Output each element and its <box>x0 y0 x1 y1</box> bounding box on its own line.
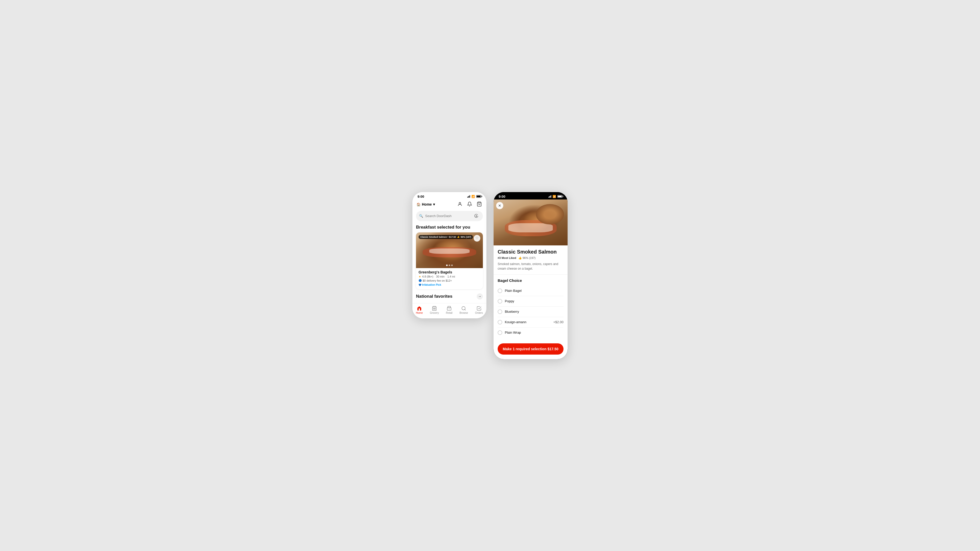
breakfast-section-title: Breakfast selected for you <box>412 224 487 232</box>
pick-label: Infatuation Pick <box>422 283 441 286</box>
chevron-down-icon: ▾ <box>433 202 435 206</box>
item-detail-body: Classic Smoked Salmon #3 Most Liked 👍 96… <box>493 245 568 359</box>
bagel-choice-title: Bagel Choice <box>498 278 563 283</box>
cream-image-overlay <box>508 223 553 232</box>
national-section-header: National favorites → <box>412 292 487 302</box>
national-arrow-button[interactable]: → <box>477 293 483 300</box>
status-bar: 9:00 📶 <box>412 192 487 200</box>
search-bar[interactable]: 🔍 <box>416 211 483 221</box>
nav-orders-label: Orders <box>475 311 483 314</box>
option-price-kouign: +$2.00 <box>553 320 563 324</box>
nav-retail-label: Retail <box>446 311 452 314</box>
item-image-container: ✕ <box>493 200 568 245</box>
option-left-blueberry: Blueberry <box>498 310 519 314</box>
badge-text: Classic Smoked Salmon • $17.50 <box>420 236 456 238</box>
browse-nav-icon <box>461 306 466 311</box>
orders-nav-icon <box>476 306 482 311</box>
nav-grocery-label: Grocery <box>430 311 439 314</box>
bagel-option-blueberry[interactable]: Blueberry <box>498 306 563 317</box>
detail-status-bar: 9:00 📶 <box>493 192 568 200</box>
bagel-second <box>536 204 564 224</box>
close-button[interactable]: ✕ <box>496 202 503 209</box>
card-badge: Classic Smoked Salmon • $17.50 👍 96% (19… <box>418 235 473 239</box>
thumbup-icon: 👍 <box>518 256 522 260</box>
home-nav-icon <box>417 306 422 311</box>
option-left-plain: Plain Bagel <box>498 289 522 293</box>
nav-actions <box>457 201 482 208</box>
favorite-button[interactable]: ♡ <box>474 235 480 241</box>
radio-plain <box>498 289 502 293</box>
nav-item-browse[interactable]: Browse <box>460 306 468 314</box>
item-meta: #3 Most Liked 👍 96% (197) <box>498 256 563 260</box>
cta-text: Make 1 required selection <box>503 347 546 351</box>
radio-wrap <box>498 330 502 335</box>
search-input[interactable] <box>425 214 471 218</box>
signal-icon <box>467 195 470 198</box>
distance: 1.4 mi <box>447 275 455 278</box>
svg-point-0 <box>459 202 461 204</box>
retail-nav-icon <box>447 306 452 311</box>
filter-button[interactable] <box>473 213 480 219</box>
nav-item-retail[interactable]: Retail <box>446 306 452 314</box>
dot-1 <box>446 265 448 266</box>
cream-layer <box>429 248 469 254</box>
profile-button[interactable] <box>457 201 463 208</box>
bagel-option-wrap[interactable]: Plain Wrap <box>498 327 563 338</box>
bagel-option-poppy[interactable]: Poppy <box>498 296 563 306</box>
nav-bar: 🏠 Home ▾ <box>412 200 487 210</box>
option-label-blueberry: Blueberry <box>505 310 519 313</box>
carousel-dots <box>446 265 453 266</box>
detail-signal-icon <box>549 195 551 198</box>
search-icon: 🔍 <box>419 214 423 218</box>
bagel-option-kouign[interactable]: Kouign-amann +$2.00 <box>498 317 563 327</box>
rating-score: 96% (197) <box>523 256 536 259</box>
delivery-text: $0 delivery fee on $12+ <box>423 279 452 282</box>
detail-status-time: 9:00 <box>499 195 505 198</box>
option-left-wrap: Plain Wrap <box>498 330 521 335</box>
item-name: Classic Smoked Salmon <box>498 249 563 255</box>
status-time: 9:00 <box>417 195 424 198</box>
detail-screen: 9:00 📶 ✕ <box>493 192 568 359</box>
option-label-wrap: Plain Wrap <box>505 330 521 334</box>
cart-icon <box>477 202 482 206</box>
nav-location[interactable]: 🏠 Home ▾ <box>417 202 435 206</box>
wifi-icon: 📶 <box>471 195 475 198</box>
thumb-icon: 👍 <box>457 236 460 238</box>
svg-point-2 <box>476 216 477 217</box>
bell-icon <box>467 202 472 206</box>
national-section-title: National favorites <box>416 294 452 299</box>
add-to-cart-button[interactable]: Make 1 required selection $17.50 <box>498 343 563 354</box>
bottom-nav: Home Grocery Retail <box>412 303 487 318</box>
home-screen: 9:00 📶 🏠 Home ▾ <box>412 192 487 318</box>
option-label-kouign: Kouign-amann <box>505 320 527 324</box>
delivery-info: 🔵 $0 delivery fee on $12+ <box>418 279 480 282</box>
card-meta: ★ 4.8 (8k+) · 30 min · 1.4 mi <box>418 275 480 278</box>
detail-status-icons: 📶 <box>549 195 563 198</box>
detail-wifi-icon: 📶 <box>552 195 556 198</box>
svg-point-7 <box>462 306 465 310</box>
star-icon: ★ <box>418 275 421 278</box>
option-label-poppy: Poppy <box>505 299 514 303</box>
time: 30 min <box>436 275 445 278</box>
battery-icon <box>476 195 481 198</box>
notification-button[interactable] <box>466 201 473 208</box>
bagel-option-plain[interactable]: Plain Bagel <box>498 286 563 296</box>
cart-button[interactable] <box>476 201 482 208</box>
dot-2 <box>449 265 450 266</box>
nav-item-home[interactable]: Home <box>416 306 423 314</box>
filter-icon <box>474 214 479 218</box>
profile-icon <box>457 202 463 206</box>
grocery-nav-icon <box>432 306 437 311</box>
svg-line-8 <box>465 309 466 310</box>
card-info: Greenberg's Bagels ★ 4.8 (8k+) · 30 min … <box>416 268 483 289</box>
item-price: $17.50 <box>547 347 558 351</box>
option-left-poppy: Poppy <box>498 299 514 303</box>
restaurant-card[interactable]: Classic Smoked Salmon • $17.50 👍 96% (19… <box>416 232 483 289</box>
like-score: 👍 96% (197) <box>518 256 536 260</box>
status-icons: 📶 <box>467 195 481 198</box>
location-label: Home <box>422 202 432 206</box>
radio-blueberry <box>498 310 502 314</box>
nav-item-orders[interactable]: Orders <box>475 306 483 314</box>
nav-item-grocery[interactable]: Grocery <box>430 306 439 314</box>
badge-rating: 96% (197) <box>461 236 471 238</box>
